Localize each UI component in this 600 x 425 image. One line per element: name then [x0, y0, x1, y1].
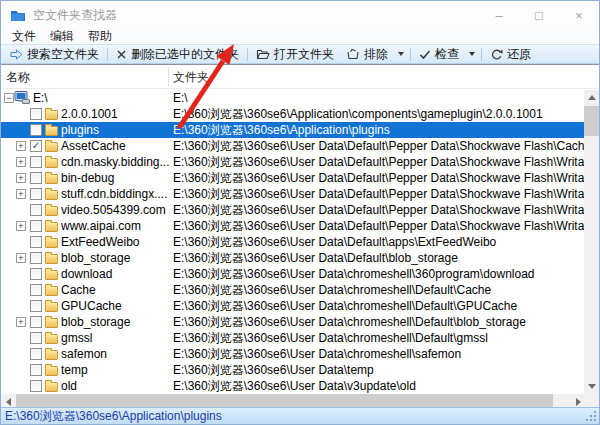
restore-button[interactable]: 还原	[484, 45, 537, 63]
scroll-down-icon[interactable]	[584, 379, 599, 394]
column-divider[interactable]	[168, 67, 169, 86]
column-header-folder[interactable]: 文件夹	[173, 65, 209, 89]
name-cell: gmssl	[1, 330, 169, 346]
table-row[interactable]: +blob_storageE:\360浏览器\360se6\User Data\…	[1, 314, 586, 330]
expand-icon[interactable]: +	[16, 221, 26, 231]
table-row[interactable]: oldE:\360浏览器\360se6\User Data\v3update\o…	[1, 378, 586, 394]
row-path: E:\360浏览器\360se6\User Data\Default\Peppe…	[173, 186, 586, 202]
maximize-icon[interactable]: □	[519, 1, 559, 29]
table-row[interactable]: CacheE:\360浏览器\360se6\User Data\chromesh…	[1, 282, 586, 298]
check-dropdown-button[interactable]	[465, 45, 479, 63]
row-checkbox[interactable]: ✓	[30, 140, 42, 152]
table-row[interactable]: +✓AssetCacheE:\360浏览器\360se6\User Data\D…	[1, 138, 586, 154]
open-folder-icon	[256, 48, 270, 60]
expand-icon[interactable]: +	[16, 141, 26, 151]
row-checkbox[interactable]	[30, 316, 42, 328]
row-checkbox[interactable]	[30, 252, 42, 264]
table-row[interactable]: tempE:\360浏览器\360se6\User Data\temp	[1, 362, 586, 378]
name-cell: +stuff.cdn.biddingx....	[1, 186, 169, 202]
expand-icon[interactable]: +	[16, 157, 26, 167]
row-name: Cache	[61, 282, 96, 298]
delete-selected-folders-button[interactable]: 删除已选中的文件夹	[110, 45, 245, 63]
table-row[interactable]: −E:\E:\	[1, 90, 586, 106]
minimize-icon[interactable]: –	[479, 1, 519, 29]
scroll-up-icon[interactable]	[584, 90, 599, 105]
column-header-name[interactable]: 名称	[6, 65, 30, 89]
table-row[interactable]: gmsslE:\360浏览器\360se6\User Data\chromesh…	[1, 330, 586, 346]
row-checkbox[interactable]	[30, 348, 42, 360]
collapse-icon[interactable]: −	[4, 93, 14, 103]
name-cell: +blob_storage	[1, 250, 169, 266]
table-row[interactable]: ExtFeedWeiboE:\360浏览器\360se6\User Data\D…	[1, 234, 586, 250]
table-row[interactable]: +cdn.masky.bidding...E:\360浏览器\360se6\Us…	[1, 154, 586, 170]
delete-x-icon	[116, 49, 127, 60]
row-path: E:\360浏览器\360se6\User Data\chromeshell\D…	[173, 298, 586, 314]
menu-edit[interactable]: 编辑	[43, 28, 81, 45]
table-row[interactable]: +blob_storageE:\360浏览器\360se6\User Data\…	[1, 250, 586, 266]
expand-icon[interactable]: +	[16, 173, 26, 183]
row-checkbox[interactable]	[30, 236, 42, 248]
menu-file[interactable]: 文件	[5, 28, 43, 45]
open-folder-button[interactable]: 打开文件夹	[250, 45, 340, 63]
button-label: 排除	[364, 46, 388, 63]
resize-grip-icon[interactable]	[586, 411, 596, 421]
table-row[interactable]: downloadE:\360浏览器\360se6\User Data\chrom…	[1, 266, 586, 282]
search-empty-folders-button[interactable]: 搜索空文件夹	[4, 45, 105, 63]
row-checkbox[interactable]	[30, 124, 42, 136]
row-checkbox[interactable]	[30, 300, 42, 312]
name-cell: +✓AssetCache	[1, 138, 169, 154]
row-checkbox[interactable]	[30, 332, 42, 344]
row-checkbox[interactable]	[30, 220, 42, 232]
close-icon[interactable]: ×	[559, 1, 599, 29]
table-row[interactable]: pluginsE:\360浏览器\360se6\Application\plug…	[1, 122, 586, 138]
vertical-scrollbar[interactable]	[584, 90, 599, 394]
row-path: E:\360浏览器\360se6\Application\components\…	[173, 106, 586, 122]
button-label: 检查	[435, 46, 459, 63]
row-checkbox[interactable]	[30, 380, 42, 392]
row-checkbox[interactable]	[30, 172, 42, 184]
folder-icon	[45, 350, 58, 360]
table-row[interactable]: +bin-debugE:\360浏览器\360se6\User Data\Def…	[1, 170, 586, 186]
name-cell: ExtFeedWeibo	[1, 234, 169, 250]
table-row[interactable]: +www.aipai.comE:\360浏览器\360se6\User Data…	[1, 218, 586, 234]
menu-help[interactable]: 帮助	[81, 28, 119, 45]
row-path: E:\360浏览器\360se6\User Data\chromeshell\D…	[173, 330, 586, 346]
table-row[interactable]: GPUCacheE:\360浏览器\360se6\User Data\chrom…	[1, 298, 586, 314]
vertical-scroll-thumb[interactable]	[584, 106, 599, 136]
folder-icon	[45, 190, 58, 200]
button-label: 搜索空文件夹	[27, 46, 99, 63]
table-row[interactable]: 2.0.0.1001E:\360浏览器\360se6\Application\c…	[1, 106, 586, 122]
row-path: E:\360浏览器\360se6\User Data\chromeshell\s…	[173, 346, 586, 362]
toolbar-separator	[247, 48, 248, 61]
name-cell: GPUCache	[1, 298, 169, 314]
table-row[interactable]: +stuff.cdn.biddingx....E:\360浏览器\360se6\…	[1, 186, 586, 202]
row-checkbox[interactable]	[30, 268, 42, 280]
status-bar: E:\360浏览器\360se6\Application\plugins	[1, 407, 599, 424]
exclude-folder-icon	[346, 48, 360, 60]
row-checkbox[interactable]	[30, 284, 42, 296]
row-checkbox[interactable]	[30, 204, 42, 216]
drive-icon	[14, 91, 30, 104]
check-icon	[419, 49, 431, 60]
exclude-button[interactable]: 排除	[340, 45, 394, 63]
row-name: blob_storage	[61, 314, 130, 330]
row-checkbox[interactable]	[30, 156, 42, 168]
expand-icon[interactable]: +	[16, 189, 26, 199]
row-checkbox[interactable]	[30, 188, 42, 200]
folder-icon	[45, 142, 58, 152]
check-button[interactable]: 检查	[413, 45, 465, 63]
expand-icon[interactable]: +	[16, 317, 26, 327]
row-checkbox[interactable]	[30, 108, 42, 120]
folder-icon	[45, 302, 58, 312]
table-row[interactable]: safemonE:\360浏览器\360se6\User Data\chrome…	[1, 346, 586, 362]
name-cell: −E:\	[1, 90, 169, 106]
expand-icon[interactable]: +	[16, 253, 26, 263]
table-row[interactable]: video.5054399.comE:\360浏览器\360se6\User D…	[1, 202, 586, 218]
exclude-dropdown-button[interactable]	[394, 45, 408, 63]
row-path: E:\360浏览器\360se6\User Data\v3update\old	[173, 378, 586, 394]
toolbar-separator	[410, 48, 411, 61]
folder-icon	[45, 366, 58, 376]
folder-icon	[45, 286, 58, 296]
row-checkbox[interactable]	[30, 364, 42, 376]
name-cell: +www.aipai.com	[1, 218, 169, 234]
